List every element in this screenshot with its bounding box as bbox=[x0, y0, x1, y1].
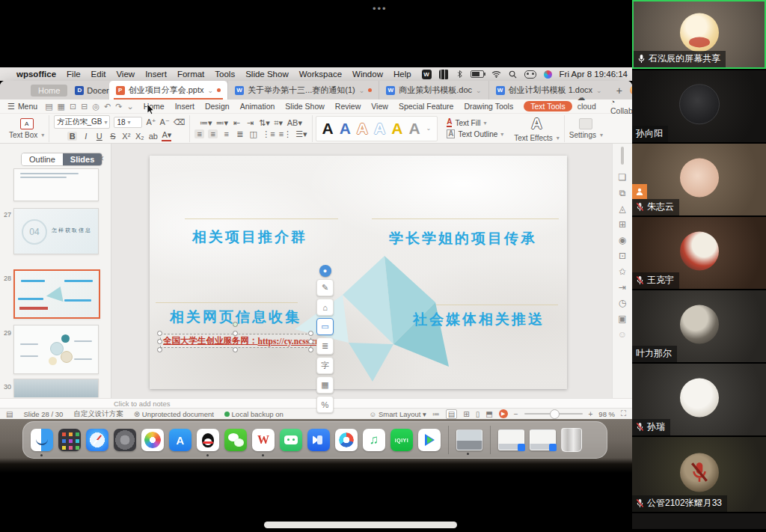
reading-view-icon[interactable]: ▯ bbox=[476, 410, 480, 418]
paragraph-settings-icon[interactable]: ☰▾ bbox=[295, 129, 307, 139]
chart-icon[interactable]: % bbox=[316, 396, 334, 413]
bold-button[interactable]: B bbox=[67, 132, 77, 141]
decrease-indent-icon[interactable]: ⇤ bbox=[232, 118, 242, 128]
screen-share-tile[interactable]: 石泓辰的屏幕共享 bbox=[632, 0, 766, 69]
siri-icon[interactable] bbox=[544, 70, 552, 79]
subscript-button[interactable]: X₂ bbox=[135, 132, 144, 141]
document-tab[interactable]: W 商业策划书模板.doc ⌄ bbox=[379, 81, 488, 100]
preview-icon[interactable]: ◎ bbox=[92, 102, 99, 111]
play-slideshow-button[interactable]: ▶ bbox=[499, 409, 508, 418]
ribbon-tab-drawing-tools[interactable]: Drawing Tools bbox=[464, 102, 513, 111]
tab-caret-icon[interactable]: ⌄ bbox=[359, 87, 365, 94]
system-preferences-icon[interactable] bbox=[114, 429, 136, 451]
menu-tools[interactable]: Tools bbox=[215, 70, 235, 79]
line-spacing-icon[interactable]: ⇅▾ bbox=[259, 118, 270, 128]
superscript-button[interactable]: X² bbox=[121, 132, 131, 141]
slide-text-top-right[interactable]: 学长学姐的项目传承 bbox=[389, 229, 537, 248]
menu-format[interactable]: Format bbox=[177, 70, 204, 79]
finder-icon[interactable] bbox=[31, 429, 53, 451]
participant-tile-partial[interactable] bbox=[632, 513, 766, 529]
layers-icon[interactable]: ≣ bbox=[316, 337, 334, 355]
record-icon[interactable]: ◉ bbox=[619, 236, 626, 245]
wifi-icon[interactable] bbox=[491, 70, 501, 78]
minimized-window-thumbnail[interactable] bbox=[456, 429, 482, 450]
text-box-icon[interactable]: A bbox=[20, 118, 34, 129]
tab-slides[interactable]: Slides bbox=[63, 153, 102, 165]
selection-handle[interactable] bbox=[157, 347, 162, 352]
search-icon[interactable] bbox=[509, 70, 517, 79]
tencent-meeting-icon[interactable] bbox=[307, 429, 330, 451]
menu-workspace[interactable]: Workspace bbox=[299, 70, 342, 79]
meeting-window-dots[interactable]: ••• bbox=[373, 3, 387, 14]
rotate-handle[interactable] bbox=[233, 322, 238, 327]
stop-share-pill[interactable] bbox=[264, 522, 457, 528]
comment-icon[interactable]: ❏ bbox=[619, 173, 627, 182]
document-tab[interactable]: W 关于举办第十三...赛的通知(1) ⌄ bbox=[227, 81, 379, 100]
qq-icon[interactable] bbox=[197, 429, 219, 451]
pen-icon[interactable]: ✎ bbox=[316, 279, 334, 296]
layout-options-icon[interactable]: ≔ bbox=[432, 410, 440, 418]
history-icon[interactable]: ◷ bbox=[619, 299, 626, 308]
columns-icon[interactable]: ◫ bbox=[248, 129, 258, 139]
trash-icon[interactable] bbox=[561, 428, 582, 452]
safari-icon[interactable] bbox=[86, 429, 108, 451]
wordart-preset-1[interactable]: A bbox=[322, 120, 334, 136]
align-center-icon[interactable]: ≡ bbox=[208, 129, 218, 138]
iqiyi-icon[interactable]: iQIYI bbox=[390, 429, 413, 451]
clear-format-icon[interactable]: ⌫ bbox=[174, 117, 186, 127]
tencent-video-icon[interactable] bbox=[418, 429, 441, 451]
participant-tile[interactable]: 孙向阳 bbox=[632, 70, 766, 142]
protection-status[interactable]: ⊗ Unprotected document bbox=[134, 410, 214, 418]
selection-handle[interactable] bbox=[233, 331, 238, 336]
bullets-icon[interactable]: ≔▾ bbox=[200, 118, 212, 128]
baidu-netdisk-icon[interactable] bbox=[335, 429, 358, 451]
menu-file[interactable]: File bbox=[67, 70, 81, 79]
slide-sorter-icon[interactable]: ⊞ bbox=[463, 410, 469, 418]
emoji-icon[interactable]: ☺ bbox=[618, 330, 627, 339]
menu-button[interactable]: ☰Menu bbox=[7, 102, 37, 111]
ribbon-tab-insert[interactable]: Insert bbox=[175, 102, 194, 111]
wordart-preset-3[interactable]: A bbox=[357, 120, 368, 136]
align-left-icon[interactable]: ≡ bbox=[194, 129, 204, 138]
wechat-icon[interactable] bbox=[224, 429, 247, 451]
document-tab-active[interactable]: P 创业项目分享会.pptx ⌄ bbox=[109, 81, 227, 100]
menu-slideshow[interactable]: Slide Show bbox=[245, 70, 289, 79]
slide-thumbnail-29[interactable] bbox=[13, 325, 99, 374]
ribbon-tab-slideshow[interactable]: Slide Show bbox=[285, 102, 325, 111]
strikethrough-button[interactable]: S bbox=[108, 132, 117, 141]
ribbon-tab-review[interactable]: Review bbox=[335, 102, 361, 111]
selection-handle[interactable] bbox=[157, 331, 162, 336]
battery-icon[interactable] bbox=[471, 70, 484, 78]
undo-icon[interactable]: ↶ bbox=[104, 102, 111, 111]
green-robot-app-icon[interactable] bbox=[280, 429, 302, 451]
ribbon-tab-design[interactable]: Design bbox=[205, 102, 230, 111]
minimized-window-thumbnail[interactable] bbox=[530, 429, 556, 450]
selection-handle[interactable] bbox=[308, 331, 313, 336]
print-icon[interactable]: ⊟ bbox=[81, 102, 88, 111]
indent-a-icon[interactable]: ⋮≡ bbox=[262, 129, 275, 139]
indent-b-icon[interactable]: ≡⋮ bbox=[279, 129, 292, 139]
wordart-preset-2[interactable]: A bbox=[340, 120, 351, 136]
ribbon-tab-view[interactable]: View bbox=[371, 102, 388, 111]
image-tool-icon[interactable]: ▣ bbox=[618, 314, 626, 323]
selection-handle[interactable] bbox=[308, 347, 313, 352]
wordart-more-icon[interactable]: ⌄ bbox=[426, 125, 432, 132]
justify-icon[interactable]: ≣ bbox=[235, 129, 245, 139]
output-icon[interactable]: ⊡ bbox=[70, 102, 76, 111]
menu-insert[interactable]: Insert bbox=[145, 70, 167, 79]
slide-thumbnail-26-partial[interactable] bbox=[13, 168, 99, 201]
font-size-select[interactable]: 18▾ bbox=[114, 117, 142, 128]
tab-caret-icon[interactable]: ⌄ bbox=[208, 87, 214, 94]
qq-music-icon[interactable]: ♫ bbox=[363, 429, 385, 451]
app-store-icon[interactable]: A bbox=[169, 429, 192, 451]
menu-edit[interactable]: Edit bbox=[91, 70, 106, 79]
menu-window[interactable]: Window bbox=[352, 70, 383, 79]
slide-text-bottom-right[interactable]: 社会媒体相关推送 bbox=[413, 310, 545, 329]
tab-home[interactable]: Home bbox=[31, 85, 67, 97]
flow-icon[interactable]: ⇥ bbox=[619, 283, 626, 292]
participant-tile[interactable]: 叶力那尔 bbox=[632, 290, 766, 362]
minimized-window-thumbnail[interactable] bbox=[498, 429, 524, 450]
font-name-select[interactable]: 方正仿宋_GB▾ bbox=[54, 115, 110, 129]
window-icon[interactable]: ⊡ bbox=[619, 251, 626, 260]
text-outline-button[interactable]: AText Outline▾ bbox=[447, 129, 503, 138]
